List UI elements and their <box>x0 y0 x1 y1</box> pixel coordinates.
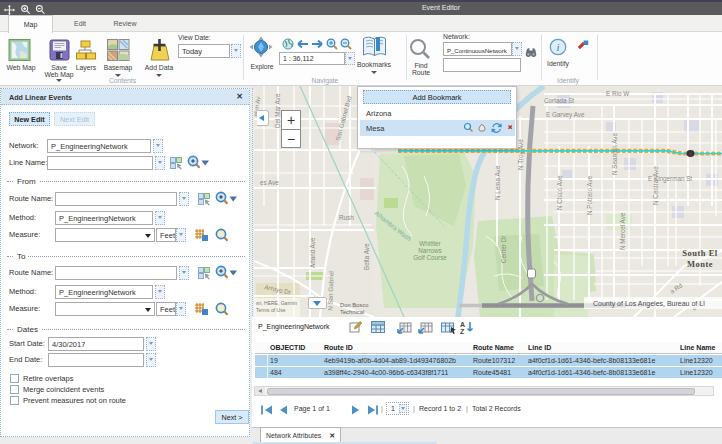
svg-text:N Potrero Ave: N Potrero Ave <box>586 175 593 215</box>
svg-text:Center Dr: Center Dr <box>500 236 507 263</box>
svg-text:i: i <box>557 41 560 53</box>
svg-text:Don Bosco: Don Bosco <box>340 302 368 308</box>
svg-text:Cortada St: Cortada St <box>544 97 574 104</box>
svg-text:A: A <box>460 321 465 328</box>
svg-text:Arland Ave: Arland Ave <box>309 237 316 268</box>
svg-text:Terms of Use: Terms of Use <box>256 307 286 313</box>
svg-text:County of Los Angeles, Bureau: County of Los Angeles, Bureau of Li <box>593 300 705 308</box>
svg-text:Z: Z <box>460 328 465 335</box>
svg-text:E Rio W: E Rio W <box>606 90 629 97</box>
svg-text:South El: South El <box>682 248 718 258</box>
svg-text:Golf Course: Golf Course <box>413 254 447 261</box>
svg-text:N Lema Ave: N Lema Ave <box>494 165 501 200</box>
svg-text:N San Gabriel: N San Gabriel <box>326 271 334 311</box>
svg-text:es Ave: es Ave <box>260 179 279 186</box>
svg-text:Belta Ave: Belta Ave <box>363 243 370 270</box>
svg-text:Whittier: Whittier <box>419 240 440 247</box>
svg-text:Rush: Rush <box>339 214 354 221</box>
svg-text:N Mercel Ave: N Mercel Ave <box>619 212 626 250</box>
svg-text:Monte: Monte <box>687 259 713 269</box>
svg-text:E Garvey Ave: E Garvey Ave <box>546 111 585 119</box>
svg-text:sri, HERE, Garmin: sri, HERE, Garmin <box>256 300 297 306</box>
svg-text:E Kingerman St: E Kingerman St <box>648 175 692 183</box>
svg-text:Narrows: Narrows <box>418 247 441 254</box>
svg-text:N Troy Ave: N Troy Ave <box>517 139 525 170</box>
svg-text:N Chico Ave: N Chico Ave <box>556 175 563 210</box>
svg-text:Del Mar Ave: Del Mar Ave <box>274 93 281 128</box>
svg-text:Technical: Technical <box>340 309 364 315</box>
svg-text:N Seaman Ave: N Seaman Ave <box>611 133 618 175</box>
svg-text:N Central Ave: N Central Ave <box>652 166 659 205</box>
